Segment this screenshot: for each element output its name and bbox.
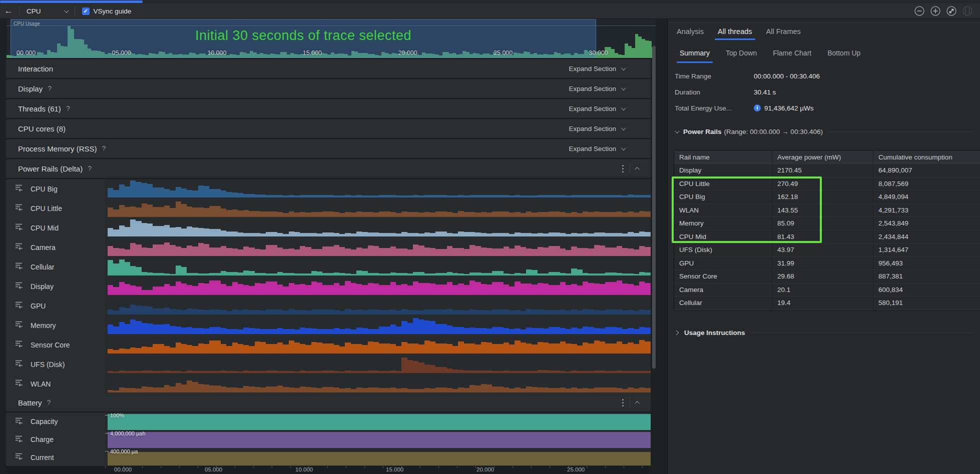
zoom-out-icon[interactable] [914,6,925,16]
rail-table-header-cell[interactable]: Cumulative consumption [873,150,980,164]
expand-section-button[interactable]: Expand Section [569,85,625,92]
section-row-cpu-cores-8-[interactable]: CPU cores (8)Expand Section [6,119,651,139]
rail-table-row[interactable]: WLAN143.554,291,733 [674,204,980,218]
track-handle-icon[interactable] [15,262,24,272]
section-battery[interactable]: Battery ? [6,394,651,412]
rail-table-row[interactable]: Cellular19.4580,191 [674,296,980,310]
usage-instructions-header[interactable]: Usage Instructions [675,329,973,336]
help-icon[interactable]: ? [66,104,70,112]
vertical-scrollbar[interactable] [652,46,656,368]
track-handle-icon[interactable] [15,435,24,444]
reset-zoom-icon[interactable] [946,6,957,16]
track-label-ufs-disk-[interactable]: UFS (Disk) [6,354,105,374]
section-row-process-memory-rss-[interactable]: Process Memory (RSS)?Expand Section [6,139,651,159]
track-chart-gpu[interactable] [105,296,651,316]
power-rails-summary-header[interactable]: Power Rails (Range: 00:00.000 → 00:30.40… [675,128,973,136]
checkbox-checked-icon[interactable]: ✓ [82,8,90,15]
more-options-icon[interactable] [622,165,624,172]
track-chart-ufs-disk-[interactable] [105,354,651,374]
track-row-cpu-big[interactable]: CPU Big [6,179,651,198]
subtab-bottom-up[interactable]: Bottom Up [819,43,868,63]
track-handle-icon[interactable] [15,282,24,291]
track-label-cpu-little[interactable]: CPU Little [6,198,105,218]
expand-section-button[interactable]: Expand Section [569,105,625,112]
track-label-capacity[interactable]: Capacity [6,412,105,430]
track-chart-sensor-core[interactable] [105,335,651,354]
track-row-current[interactable]: Current400,000 µa [6,448,651,466]
track-handle-icon[interactable] [15,204,24,213]
track-chart-cellular[interactable] [105,257,651,276]
more-options-icon[interactable] [622,399,624,406]
track-row-cpu-mid[interactable]: CPU Mid [6,218,651,238]
track-label-current[interactable]: Current [6,448,105,466]
track-handle-icon[interactable] [15,360,24,369]
track-handle-icon[interactable] [15,223,24,232]
track-label-cpu-big[interactable]: CPU Big [6,179,105,198]
rail-table-row[interactable]: Display2170.4564,890,007 [674,164,980,178]
profiler-selector-dropdown[interactable]: CPU [22,5,73,17]
track-chart-cpu-little[interactable] [105,198,651,218]
cpu-usage-minimap[interactable]: Initial 30 seconds of trace selected CPU… [7,19,656,59]
track-label-wlan[interactable]: WLAN [6,374,105,394]
track-label-gpu[interactable]: GPU [6,296,105,316]
chevron-right-icon[interactable] [674,330,679,336]
subtab-flame-chart[interactable]: Flame Chart [765,43,819,63]
track-row-charge[interactable]: Charge4,000,000 µah [6,430,651,448]
collapse-section-icon[interactable] [635,166,640,172]
section-row-threads-61-[interactable]: Threads (61)?Expand Section [6,99,651,119]
expand-section-button[interactable]: Expand Section [569,125,625,132]
track-chart-capacity[interactable]: 100% [105,412,651,430]
rail-table-row[interactable]: CPU Mid81.432,434,844 [674,230,980,244]
tab-analysis[interactable]: Analysis [670,23,711,40]
track-row-display[interactable]: Display [6,276,651,296]
track-row-sensor-core[interactable]: Sensor Core [6,335,651,354]
section-row-display[interactable]: Display?Expand Section [6,79,651,99]
zoom-to-selection-icon[interactable] [962,6,973,16]
track-label-camera[interactable]: Camera [6,238,105,257]
track-row-cpu-little[interactable]: CPU Little [6,198,651,218]
chevron-down-icon[interactable] [675,128,680,134]
help-icon[interactable]: ? [102,144,106,152]
tab-all-frames[interactable]: All Frames [759,23,808,40]
rail-table-header-cell[interactable]: Rail name [674,150,772,164]
rail-table-row[interactable]: Sensor Core29.68887,381 [674,270,980,284]
track-label-memory[interactable]: Memory [6,316,105,335]
info-icon[interactable]: i [754,104,761,112]
track-chart-charge[interactable]: 4,000,000 µah [105,430,651,448]
tab-all-threads[interactable]: All threads [711,23,759,40]
track-chart-display[interactable] [105,276,651,296]
track-handle-icon[interactable] [15,452,24,462]
track-handle-icon[interactable] [15,417,24,426]
subtab-top-down[interactable]: Top Down [718,43,765,63]
rail-table-row[interactable]: Memory85.092,543,849 [674,217,980,230]
track-chart-cpu-big[interactable] [105,179,651,198]
track-row-gpu[interactable]: GPU [6,296,651,316]
track-chart-memory[interactable] [105,316,651,335]
rail-table-row[interactable]: Camera20.1600,834 [674,284,980,297]
help-icon[interactable]: ? [47,398,51,406]
track-chart-wlan[interactable] [105,374,651,394]
track-row-ufs-disk-[interactable]: UFS (Disk) [6,354,651,374]
collapse-section-icon[interactable] [635,400,640,406]
back-button[interactable]: ← [0,6,17,16]
track-row-wlan[interactable]: WLAN [6,374,651,394]
track-handle-icon[interactable] [15,379,24,388]
track-label-cpu-mid[interactable]: CPU Mid [6,218,105,238]
track-row-cellular[interactable]: Cellular [6,257,651,276]
track-handle-icon[interactable] [15,320,24,330]
section-power-rails[interactable]: Power Rails (Delta) ? [6,159,651,179]
track-label-charge[interactable]: Charge [6,430,105,448]
rail-table-row[interactable]: CPU Big162.184,849,094 [674,190,980,204]
track-row-capacity[interactable]: Capacity100% [6,412,651,430]
help-icon[interactable]: ? [88,164,92,172]
track-row-memory[interactable]: Memory [6,316,651,335]
track-chart-camera[interactable] [105,238,651,257]
track-row-camera[interactable]: Camera [6,238,651,257]
track-label-cellular[interactable]: Cellular [6,257,105,276]
track-chart-current[interactable]: 400,000 µa [105,448,651,466]
track-label-sensor-core[interactable]: Sensor Core [6,335,105,354]
track-chart-cpu-mid[interactable] [105,218,651,238]
help-icon[interactable]: ? [48,84,52,92]
track-handle-icon[interactable] [15,184,24,194]
rail-table-row[interactable]: UFS (Disk)43.971,314,647 [674,244,980,257]
